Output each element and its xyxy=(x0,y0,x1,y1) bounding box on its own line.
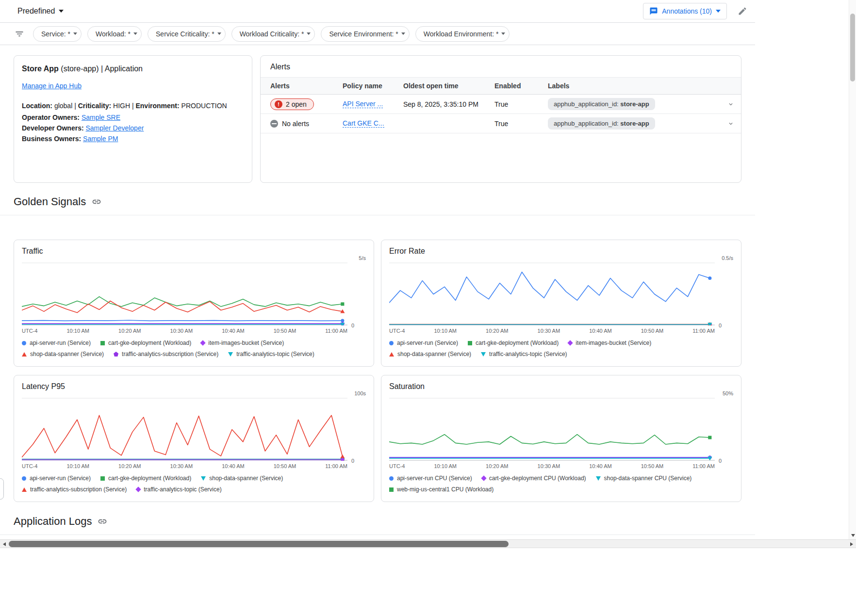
chart-legend: api-server-run CPU (Service)cart-gke-dep… xyxy=(389,475,733,493)
golden-signals-charts: Traffic 5/s 0 UTC-410:10 AM10:20 AM10:30… xyxy=(0,215,755,502)
legend-item[interactable]: api-server-run CPU (Service) xyxy=(389,475,472,482)
annotations-button[interactable]: Annotations (10) xyxy=(643,3,727,19)
manage-in-app-hub-link[interactable]: Manage in App Hub xyxy=(22,82,82,90)
scroll-left-arrow[interactable] xyxy=(0,540,9,549)
horizontal-scrollbar[interactable] xyxy=(0,539,856,548)
legend-item[interactable]: shop-data-spanner (Service) xyxy=(389,351,471,357)
filter-chip-workload-environment[interactable]: Workload Environment: * xyxy=(415,26,510,42)
legend-item[interactable]: web-mig-us-central1 CPU (Workload) xyxy=(389,486,494,493)
legend-item[interactable]: traffic-analytics-topic (Service) xyxy=(481,351,567,357)
business-owner-link[interactable]: Sample PM xyxy=(83,135,118,143)
chevron-down-icon xyxy=(59,10,64,13)
filter-chip-service-criticality[interactable]: Service Criticality: * xyxy=(148,26,226,42)
legend-item[interactable]: traffic-analytics-subscription (Service) xyxy=(22,486,127,493)
legend-item[interactable]: cart-gke-deployment CPU (Workload) xyxy=(482,475,586,482)
legend-item[interactable]: shop-data-spanner CPU (Service) xyxy=(596,475,692,482)
x-tick-label: UTC-4 xyxy=(389,328,405,334)
legend-item[interactable]: api-server-run (Service) xyxy=(22,340,91,346)
application-meta: Location: global | Criticality: HIGH | E… xyxy=(22,100,244,111)
view-selector-dropdown[interactable]: Predefined xyxy=(17,7,64,16)
y-axis-zero-label: 0 xyxy=(719,458,722,464)
horizontal-scrollbar-thumb[interactable] xyxy=(9,541,509,547)
series-marker-icon xyxy=(568,340,573,345)
side-panel-handle[interactable] xyxy=(0,478,4,500)
chevron-down-icon xyxy=(133,32,137,35)
y-axis-max-label: 100s xyxy=(354,390,366,396)
filter-chip-workload[interactable]: Workload: * xyxy=(87,26,142,42)
series-marker-icon xyxy=(22,352,27,357)
link-icon[interactable] xyxy=(98,517,107,526)
legend-item[interactable]: shop-data-spanner (Service) xyxy=(201,475,283,482)
x-tick-label: 10:40 AM xyxy=(222,463,244,469)
scroll-down-arrow[interactable] xyxy=(849,532,856,539)
label-chip[interactable]: apphub_application_id: store-app xyxy=(548,98,655,110)
legend-item[interactable]: api-server-run (Service) xyxy=(22,475,91,482)
filter-chip-service-environment[interactable]: Service Environment: * xyxy=(321,26,409,42)
series-label: shop-data-spanner (Service) xyxy=(397,351,471,357)
chart-card-traffic: Traffic 5/s 0 UTC-410:10 AM10:20 AM10:30… xyxy=(14,240,374,367)
latency-chart-plot[interactable] xyxy=(22,398,347,461)
expand-row-button[interactable] xyxy=(718,99,741,110)
series-marker-icon xyxy=(389,476,394,481)
chart-title: Latency P95 xyxy=(22,382,366,391)
legend-item[interactable]: traffic-analytics-topic (Service) xyxy=(228,351,314,357)
chart-legend: api-server-run (Service)cart-gke-deploym… xyxy=(22,340,366,357)
y-axis-max-label: 50% xyxy=(723,390,733,396)
view-selector-label: Predefined xyxy=(17,7,55,16)
legend-item[interactable]: item-images-bucket (Service) xyxy=(568,340,651,346)
chart-title: Traffic xyxy=(22,247,366,256)
series-label: shop-data-spanner (Service) xyxy=(30,351,104,357)
legend-item[interactable]: cart-gke-deployment (Workload) xyxy=(100,475,191,482)
chevron-down-icon xyxy=(73,32,77,35)
x-tick-label: 10:20 AM xyxy=(486,328,508,334)
filter-chip-workload-criticality[interactable]: Workload Criticality: * xyxy=(231,26,315,42)
series-label: shop-data-spanner CPU (Service) xyxy=(604,475,692,482)
x-tick-label: UTC-4 xyxy=(22,328,37,334)
filter-chip-service[interactable]: Service: * xyxy=(33,26,82,42)
legend-item[interactable]: traffic-analytics-subscription (Service) xyxy=(114,351,218,357)
edit-dashboard-button[interactable] xyxy=(738,6,747,16)
chart-card-saturation: Saturation 50% 0 UTC-410:10 AM10:20 AM10… xyxy=(381,375,741,502)
annotations-label: Annotations (10) xyxy=(662,7,712,15)
chart-title: Saturation xyxy=(389,382,733,391)
vertical-scrollbar[interactable] xyxy=(849,0,856,539)
legend-item[interactable]: cart-gke-deployment (Workload) xyxy=(468,340,559,346)
series-label: traffic-analytics-subscription (Service) xyxy=(30,486,127,493)
legend-item[interactable]: traffic-analytics-topic (Service) xyxy=(136,486,222,493)
series-marker-icon xyxy=(22,341,26,345)
x-tick-label: 10:10 AM xyxy=(434,328,456,334)
open-alerts-badge[interactable]: !2 open xyxy=(270,98,314,110)
vertical-scrollbar-thumb[interactable] xyxy=(850,14,855,81)
filter-chip-label: Workload Criticality: * xyxy=(240,30,304,38)
developer-owners-line: Developer Owners: Sampler Developer xyxy=(22,123,244,133)
operator-owner-link[interactable]: Sample SRE xyxy=(82,113,120,121)
x-tick-label: 10:10 AM xyxy=(434,463,456,469)
col-enabled: Enabled xyxy=(485,82,538,90)
policy-name-link[interactable]: Cart GKE C... xyxy=(343,119,384,128)
series-marker-icon xyxy=(22,476,26,481)
series-label: traffic-analytics-topic (Service) xyxy=(144,486,222,493)
legend-item[interactable]: item-images-bucket (Service) xyxy=(201,340,284,346)
policy-name-link[interactable]: API Server ... xyxy=(343,100,383,108)
x-tick-label: 11:00 AM xyxy=(692,463,715,469)
link-icon[interactable] xyxy=(92,197,101,207)
label-chip[interactable]: apphub_application_id: store-app xyxy=(548,117,655,130)
traffic-chart-plot[interactable] xyxy=(22,262,347,325)
expand-row-button[interactable] xyxy=(718,118,741,129)
chart-legend: api-server-run (Service)cart-gke-deploym… xyxy=(389,340,733,357)
y-axis-max-label: 0.5/s xyxy=(722,255,733,261)
developer-owner-link[interactable]: Sampler Developer xyxy=(86,124,144,132)
saturation-chart-plot[interactable] xyxy=(389,398,715,461)
legend-item[interactable]: shop-data-spanner (Service) xyxy=(22,351,104,357)
series-label: item-images-bucket (Service) xyxy=(576,340,651,346)
x-axis-ticks: UTC-410:10 AM10:20 AM10:30 AM10:40 AM10:… xyxy=(22,463,366,469)
series-marker-icon xyxy=(468,341,472,345)
filter-chip-label: Service: * xyxy=(41,30,70,38)
scroll-right-arrow[interactable] xyxy=(847,540,856,549)
legend-item[interactable]: cart-gke-deployment (Workload) xyxy=(100,340,191,346)
legend-item[interactable]: api-server-run (Service) xyxy=(389,340,458,346)
chevron-down-icon xyxy=(217,32,221,35)
application-info-card: Store App (store-app) | Application Mana… xyxy=(14,55,252,183)
error-rate-chart-plot[interactable] xyxy=(389,262,715,325)
alerts-card-title: Alerts xyxy=(261,63,741,71)
